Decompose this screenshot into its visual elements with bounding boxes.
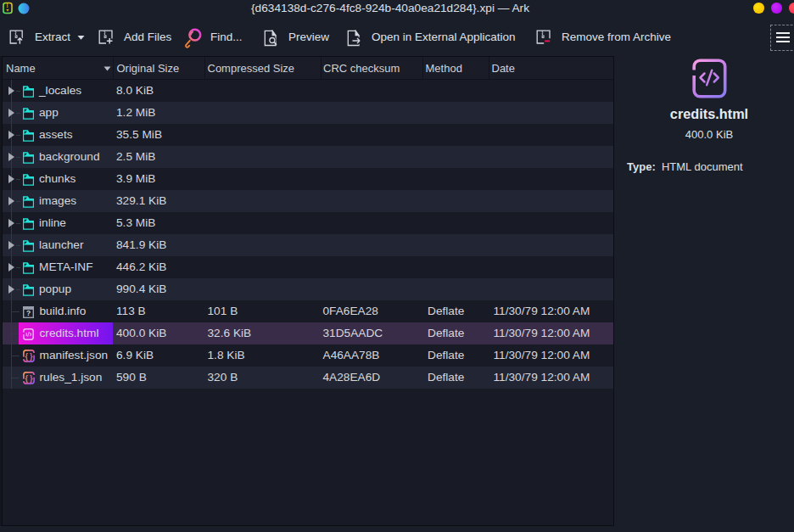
svg-text:{ }: { } [25, 352, 32, 361]
svg-text:{ }: { } [25, 374, 32, 383]
svg-text:?: ? [26, 309, 31, 317]
